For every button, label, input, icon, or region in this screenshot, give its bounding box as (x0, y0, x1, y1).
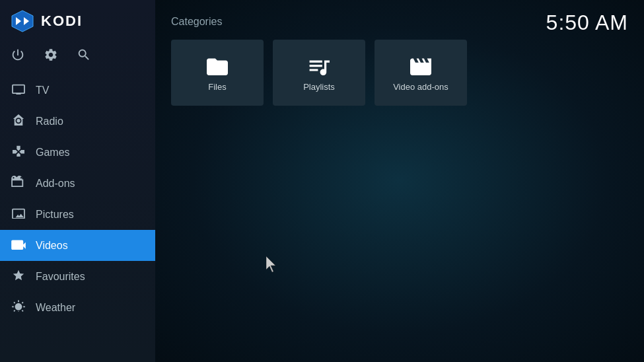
sidebar-item-videos[interactable]: Videos (0, 230, 155, 261)
settings-icon[interactable] (44, 48, 58, 65)
pictures-icon (11, 207, 26, 222)
folder-icon (204, 54, 231, 75)
categories-grid: Files Playlists Video add-ons (171, 40, 628, 106)
weather-icon (11, 300, 26, 315)
videos-icon (11, 238, 26, 253)
sidebar-item-radio[interactable]: Radio (0, 106, 155, 137)
category-card-video-addons[interactable]: Video add-ons (375, 40, 467, 106)
sidebar-controls (0, 42, 155, 75)
sidebar-item-weather-label: Weather (36, 302, 75, 314)
category-card-playlists[interactable]: Playlists (273, 40, 365, 106)
category-files-label: Files (208, 82, 226, 92)
main-content: 5:50 AM Categories Files Playlists Video… (155, 0, 644, 362)
sidebar: KODI TV (0, 0, 155, 362)
power-icon[interactable] (11, 48, 25, 65)
games-icon (11, 145, 26, 160)
category-video-addons-label: Video add-ons (393, 82, 448, 92)
sidebar-item-videos-label: Videos (36, 240, 68, 252)
favourites-icon (11, 269, 26, 284)
category-card-files[interactable]: Files (171, 40, 264, 106)
radio-icon (11, 114, 26, 129)
sidebar-item-pictures[interactable]: Pictures (0, 199, 155, 230)
category-playlists-label: Playlists (303, 82, 335, 92)
tv-icon (11, 83, 26, 98)
svg-point-3 (17, 119, 20, 122)
sidebar-item-pictures-label: Pictures (36, 209, 74, 221)
sidebar-nav: TV Radio Games (0, 75, 155, 362)
search-icon[interactable] (77, 48, 91, 65)
app-title: KODI (41, 13, 83, 30)
clock-display: 5:50 AM (546, 11, 628, 35)
sidebar-item-favourites[interactable]: Favourites (0, 261, 155, 292)
sidebar-item-addons-label: Add-ons (36, 178, 75, 190)
sidebar-item-tv-label: TV (36, 85, 49, 96)
sidebar-item-radio-label: Radio (36, 116, 63, 127)
sidebar-item-games[interactable]: Games (0, 137, 155, 168)
sidebar-item-addons[interactable]: Add-ons (0, 168, 155, 199)
cursor-icon (266, 256, 279, 273)
sidebar-item-weather[interactable]: Weather (0, 292, 155, 323)
addon-icon (11, 176, 26, 191)
film-icon (408, 54, 434, 75)
sidebar-item-games-label: Games (36, 147, 70, 159)
svg-marker-0 (12, 11, 33, 32)
playlist-icon (306, 54, 332, 75)
sidebar-item-tv[interactable]: TV (0, 75, 155, 106)
sidebar-header: KODI (0, 0, 155, 42)
kodi-logo-icon (11, 9, 34, 33)
sidebar-item-favourites-label: Favourites (36, 271, 85, 283)
